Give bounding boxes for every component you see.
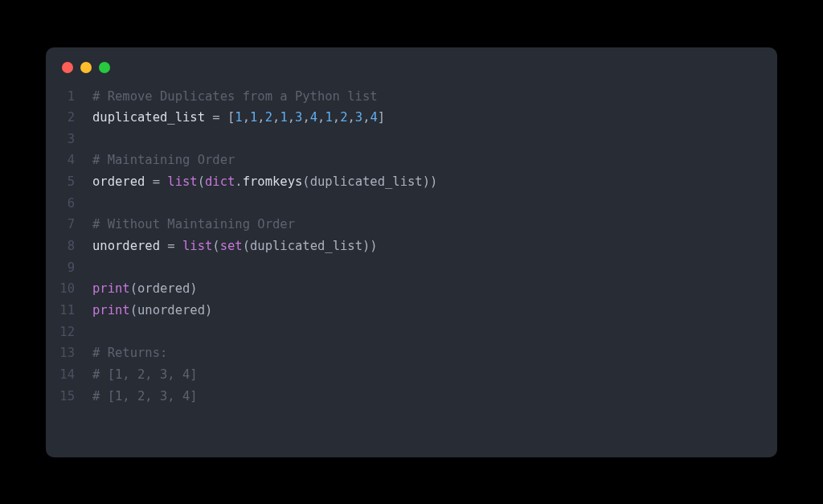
window-titlebar <box>46 47 777 81</box>
code-line: 8unordered = list(set(duplicated_list)) <box>46 236 777 257</box>
token-punct: , <box>362 110 370 125</box>
code-content: # Returns: <box>92 342 167 364</box>
code-line: 14# [1, 2, 3, 4] <box>46 364 777 386</box>
code-line: 1# Remove Duplicates from a Python list <box>46 86 777 108</box>
token-number: 1 <box>325 110 332 125</box>
token-punct: (unordered) <box>130 303 213 318</box>
code-line: 2duplicated_list = [1,1,2,1,3,4,1,2,3,4] <box>46 107 777 129</box>
token-punct: = [ <box>205 110 235 125</box>
code-content <box>92 129 100 150</box>
token-punct: , <box>347 110 354 125</box>
code-content: duplicated_list = [1,1,2,1,3,4,1,2,3,4] <box>92 107 385 129</box>
code-content: # [1, 2, 3, 4] <box>92 364 198 386</box>
token-builtin: list <box>182 239 212 253</box>
token-punct: . <box>235 174 242 189</box>
code-line: 10print(ordered) <box>46 278 777 300</box>
token-punct: (ordered) <box>130 281 198 296</box>
code-content: print(unordered) <box>92 300 212 322</box>
token-punct: , <box>288 110 295 125</box>
code-line: 15# [1, 2, 3, 4] <box>46 386 777 408</box>
token-number: 4 <box>310 110 317 125</box>
line-number: 13 <box>46 342 92 364</box>
code-content: # [1, 2, 3, 4] <box>92 386 198 408</box>
token-comment: # Without Maintaining Order <box>92 217 295 232</box>
token-ident: unordered <box>92 239 160 253</box>
code-content: # Without Maintaining Order <box>92 214 295 236</box>
code-line: 6 <box>46 193 777 215</box>
token-punct: (duplicated_list)) <box>243 239 378 253</box>
code-content: ordered = list(dict.fromkeys(duplicated_… <box>92 171 437 193</box>
line-number: 15 <box>46 386 92 408</box>
token-comment: # Remove Duplicates from a Python list <box>92 89 378 104</box>
token-number: 1 <box>280 110 287 125</box>
code-window: 1# Remove Duplicates from a Python list2… <box>46 47 777 457</box>
line-number: 6 <box>46 193 92 215</box>
code-content: # Remove Duplicates from a Python list <box>92 86 378 108</box>
code-content: unordered = list(set(duplicated_list)) <box>92 236 378 257</box>
token-number: 3 <box>355 110 362 125</box>
token-ident: duplicated_list <box>92 110 205 125</box>
code-content <box>92 257 100 279</box>
line-number: 9 <box>46 257 92 279</box>
token-punct: , <box>243 110 250 125</box>
code-line: 3 <box>46 129 777 150</box>
token-builtin: print <box>92 303 130 318</box>
token-comment: # [1, 2, 3, 4] <box>92 367 198 382</box>
token-ident: fromkeys <box>243 174 303 189</box>
token-builtin: list <box>167 174 197 189</box>
code-editor[interactable]: 1# Remove Duplicates from a Python list2… <box>46 81 777 424</box>
line-number: 4 <box>46 150 92 171</box>
code-content: # Maintaining Order <box>92 150 235 171</box>
minimize-icon[interactable] <box>80 62 92 73</box>
code-line: 5ordered = list(dict.fromkeys(duplicated… <box>46 171 777 193</box>
token-punct: ( <box>198 174 205 189</box>
token-punct: ( <box>212 239 219 253</box>
code-line: 9 <box>46 257 777 279</box>
code-line: 13# Returns: <box>46 342 777 364</box>
token-punct: = <box>145 174 167 189</box>
code-line: 4# Maintaining Order <box>46 150 777 171</box>
line-number: 7 <box>46 214 92 236</box>
token-number: 4 <box>371 110 378 125</box>
line-number: 11 <box>46 300 92 322</box>
token-punct: (duplicated_list)) <box>302 174 437 189</box>
line-number: 10 <box>46 278 92 300</box>
line-number: 2 <box>46 107 92 129</box>
token-builtin: set <box>220 239 243 253</box>
token-punct: , <box>333 110 340 125</box>
token-builtin: dict <box>205 174 235 189</box>
token-punct: , <box>257 110 264 125</box>
token-comment: # Maintaining Order <box>92 153 235 167</box>
token-number: 3 <box>295 110 302 125</box>
token-number: 2 <box>265 110 272 125</box>
code-content: print(ordered) <box>92 278 198 300</box>
token-comment: # Returns: <box>92 346 167 360</box>
line-number: 3 <box>46 129 92 150</box>
code-line: 12 <box>46 322 777 343</box>
maximize-icon[interactable] <box>99 62 110 73</box>
token-punct: = <box>160 239 182 253</box>
token-comment: # [1, 2, 3, 4] <box>92 389 198 404</box>
token-punct: , <box>302 110 309 125</box>
line-number: 14 <box>46 364 92 386</box>
token-punct: , <box>272 110 280 125</box>
token-number: 1 <box>235 110 242 125</box>
line-number: 8 <box>46 236 92 257</box>
token-ident: ordered <box>92 174 145 189</box>
code-content <box>92 193 100 215</box>
code-content <box>92 322 100 343</box>
close-icon[interactable] <box>62 62 73 73</box>
code-line: 7# Without Maintaining Order <box>46 214 777 236</box>
token-number: 1 <box>250 110 257 125</box>
line-number: 12 <box>46 322 92 343</box>
token-punct: ] <box>378 110 385 125</box>
code-line: 11print(unordered) <box>46 300 777 322</box>
token-builtin: print <box>92 281 130 296</box>
line-number: 1 <box>46 86 92 108</box>
line-number: 5 <box>46 171 92 193</box>
